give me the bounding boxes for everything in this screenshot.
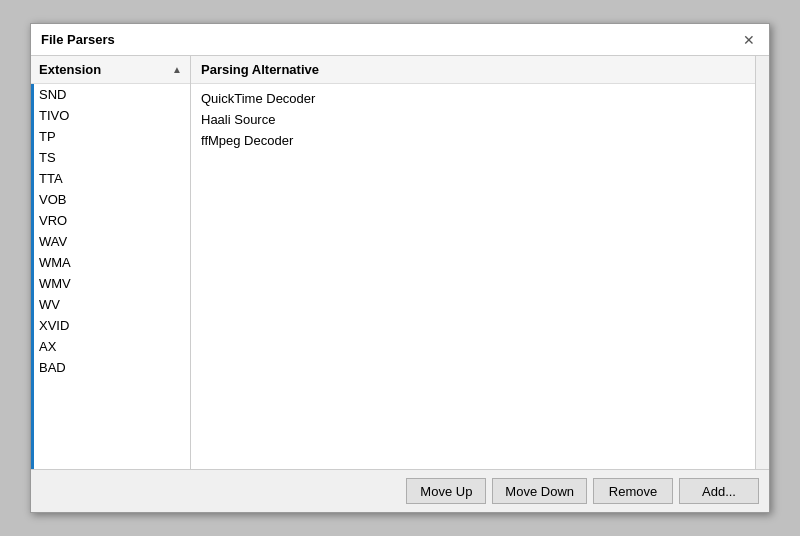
right-scrollbar-area	[755, 56, 769, 469]
list-item[interactable]: WMA	[31, 252, 190, 273]
list-item[interactable]: XVID	[31, 315, 190, 336]
blue-accent-bar	[31, 84, 34, 469]
list-item[interactable]: VOB	[31, 189, 190, 210]
extension-scroll-area: SNDTIVOTPTSTTAVOBVROWAVWMAWMVWVXVIDAXBAD	[31, 84, 190, 469]
list-item[interactable]: Haali Source	[191, 109, 755, 130]
extension-list[interactable]: SNDTIVOTPTSTTAVOBVROWAVWMAWMVWVXVIDAXBAD	[31, 84, 190, 469]
list-item[interactable]: TTA	[31, 168, 190, 189]
add-button[interactable]: Add...	[679, 478, 759, 504]
extension-list-header: Extension ▲	[31, 56, 190, 84]
dialog-footer: Move Up Move Down Remove Add...	[31, 469, 769, 512]
scroll-up-icon[interactable]: ▲	[172, 64, 182, 75]
title-bar: File Parsers ✕	[31, 24, 769, 56]
right-panel: Parsing Alternative QuickTime DecoderHaa…	[191, 56, 755, 469]
list-item[interactable]: VRO	[31, 210, 190, 231]
dialog-content: Extension ▲ SNDTIVOTPTSTTAVOBVROWAVWMAWM…	[31, 56, 769, 469]
list-item[interactable]: BAD	[31, 357, 190, 378]
dialog-title: File Parsers	[41, 32, 115, 47]
list-item[interactable]: QuickTime Decoder	[191, 88, 755, 109]
list-item[interactable]: ffMpeg Decoder	[191, 130, 755, 151]
move-down-button[interactable]: Move Down	[492, 478, 587, 504]
parsing-header-label: Parsing Alternative	[201, 62, 319, 77]
list-item[interactable]: TP	[31, 126, 190, 147]
remove-button[interactable]: Remove	[593, 478, 673, 504]
parsing-header: Parsing Alternative	[191, 56, 755, 84]
list-item[interactable]: WV	[31, 294, 190, 315]
list-item[interactable]: WMV	[31, 273, 190, 294]
list-item[interactable]: WAV	[31, 231, 190, 252]
list-item[interactable]: TS	[31, 147, 190, 168]
list-item[interactable]: SND	[31, 84, 190, 105]
extension-header-label: Extension	[39, 62, 101, 77]
left-panel: Extension ▲ SNDTIVOTPTSTTAVOBVROWAVWMAWM…	[31, 56, 191, 469]
parsing-list[interactable]: QuickTime DecoderHaali SourceffMpeg Deco…	[191, 84, 755, 469]
close-button[interactable]: ✕	[739, 30, 759, 50]
move-up-button[interactable]: Move Up	[406, 478, 486, 504]
list-item[interactable]: TIVO	[31, 105, 190, 126]
list-item[interactable]: AX	[31, 336, 190, 357]
file-parsers-dialog: File Parsers ✕ Extension ▲ SNDTIVOTPTSTT…	[30, 23, 770, 513]
